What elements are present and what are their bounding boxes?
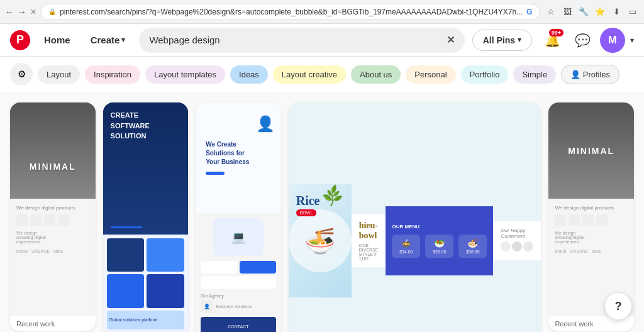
pin-title-4: Rice <box>296 194 320 208</box>
pin-image-3: We CreateSolutions forYour Business 👤 💻 <box>196 102 281 332</box>
filter-bar: ⚙ Layout Inspiration Layout templates Id… <box>0 57 644 92</box>
pin-title-5: MINIMAL <box>568 146 614 156</box>
filter-about-us[interactable]: About us <box>351 65 401 84</box>
help-button[interactable]: ? <box>605 293 631 319</box>
pin-card-3[interactable]: We CreateSolutions forYour Business 👤 💻 <box>196 102 281 332</box>
pin-image-5: MINIMAL We design digital products We de… <box>548 102 634 316</box>
reload-button[interactable]: ✕ <box>30 5 36 19</box>
address-bar[interactable]: 🔒 pinterest.com/search/pins/?q=Webpage%2… <box>40 4 540 20</box>
filter-inspiration[interactable]: Inspiration <box>85 65 140 84</box>
browser-icons: ☆ 🖼 🔧 ⭐ ⬇ ▭ 👤 <box>544 5 644 19</box>
all-pins-dropdown[interactable]: All Pins ▾ <box>472 30 532 51</box>
filter-layout[interactable]: Layout <box>38 65 80 84</box>
pin-column-4: 🍜 Rice BOWL 🌿 hieu-bowl ONE DIVERSE STYL… <box>289 102 541 332</box>
bookmark-icon[interactable]: ☆ <box>544 5 558 19</box>
search-bar: ✕ <box>139 28 464 53</box>
filter-layout-templates[interactable]: Layout templates <box>145 65 225 84</box>
notifications-button[interactable]: 🔔 99+ <box>540 28 565 53</box>
filter-settings-button[interactable]: ⚙ <box>10 63 33 86</box>
url-text: pinterest.com/search/pins/?q=Webpage%20d… <box>60 8 523 16</box>
create-nav[interactable]: Create ▾ <box>84 31 132 49</box>
header-icons: 🔔 99+ 💬 M ▾ <box>540 28 634 53</box>
clear-search-icon[interactable]: ✕ <box>447 34 455 46</box>
user-avatar[interactable]: M <box>600 28 625 53</box>
pins-grid: MINIMAL We design digital products We de… <box>10 102 634 332</box>
pin-title-3: We CreateSolutions forYour Business <box>206 140 271 167</box>
pin-card-4[interactable]: 🍜 Rice BOWL 🌿 hieu-bowl ONE DIVERSE STYL… <box>289 102 541 332</box>
notification-badge: 99+ <box>549 29 564 36</box>
ext-icon-2[interactable]: 🔧 <box>577 5 591 19</box>
window-icon[interactable]: ▭ <box>626 5 640 19</box>
ext-icon-1[interactable]: 🖼 <box>560 5 574 19</box>
pin-column-3: We CreateSolutions forYour Business 👤 💻 <box>196 102 281 332</box>
logo-letter: P <box>16 33 24 47</box>
pinterest-logo[interactable]: P <box>10 30 30 50</box>
pin-column-2: CREATESOFTWARESOLUTION Global solutions … <box>103 102 189 332</box>
forward-button[interactable]: → <box>18 5 26 19</box>
chevron-down-icon: ▾ <box>121 36 125 44</box>
filter-profiles[interactable]: 👤 Profiles <box>561 65 619 84</box>
filter-simple[interactable]: Simple <box>513 65 556 84</box>
filter-portfolio[interactable]: Portfolio <box>461 65 509 84</box>
filter-personal[interactable]: Personal <box>406 65 455 84</box>
pin-image-2: CREATESOFTWARESOLUTION Global solutions … <box>103 102 189 332</box>
download-icon[interactable]: ⬇ <box>609 5 623 19</box>
pin-label-1: Recent work <box>10 316 96 331</box>
pin-card-2[interactable]: CREATESOFTWARESOLUTION Global solutions … <box>103 102 189 332</box>
chevron-down-icon: ▾ <box>518 36 521 44</box>
account-chevron[interactable]: ▾ <box>630 36 634 45</box>
pin-image-4: 🍜 Rice BOWL 🌿 hieu-bowl ONE DIVERSE STYL… <box>289 102 541 332</box>
filter-layout-creative[interactable]: Layout creative <box>273 65 346 84</box>
filter-ideas[interactable]: Ideas <box>230 65 268 84</box>
pin-column-1: MINIMAL We design digital products We de… <box>10 102 96 331</box>
pin-image-1: MINIMAL We design digital products We de… <box>10 102 96 316</box>
messages-button[interactable]: 💬 <box>570 28 595 53</box>
ext-icon-3[interactable]: ⭐ <box>593 5 607 19</box>
home-nav[interactable]: Home <box>38 31 77 49</box>
pin-title-1: MINIMAL <box>30 162 76 172</box>
back-button[interactable]: ← <box>5 5 14 19</box>
person-icon: 👤 <box>570 70 580 79</box>
pin-card-1[interactable]: MINIMAL We design digital products We de… <box>10 102 96 331</box>
browser-chrome: ← → ✕ 🔒 pinterest.com/search/pins/?q=Web… <box>0 0 644 24</box>
pin-title-2: CREATESOFTWARESOLUTION <box>103 102 189 149</box>
g-icon: G <box>526 8 532 16</box>
main-content: MINIMAL We design digital products We de… <box>0 92 644 332</box>
pinterest-header: P Home Create ▾ ✕ All Pins ▾ 🔔 99+ 💬 M ▾ <box>0 24 644 57</box>
search-input[interactable] <box>149 35 441 45</box>
lock-icon: 🔒 <box>48 8 56 15</box>
